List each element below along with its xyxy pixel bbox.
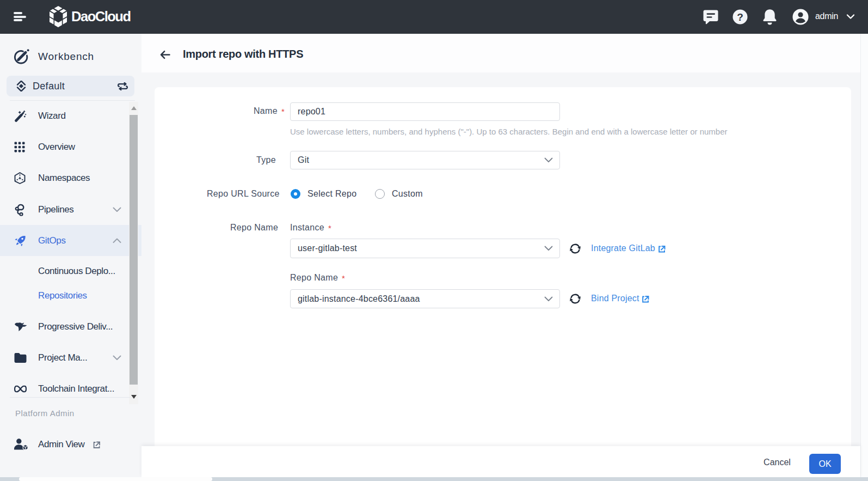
svg-text:?: ? xyxy=(737,11,743,23)
